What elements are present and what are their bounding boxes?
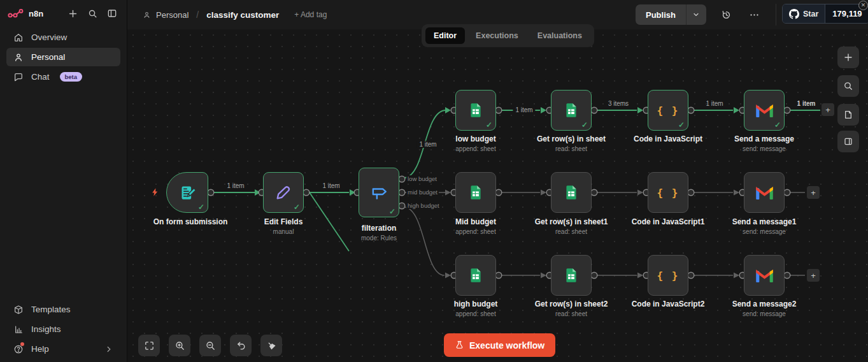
sidebar-item-overview[interactable]: Overview [6,28,120,47]
publish-button-group: Publish [636,4,706,25]
canvas-search-button[interactable] [837,75,859,97]
bar-chart-icon [13,324,24,335]
success-check-icon: ✓ [678,120,685,129]
zoom-out-button[interactable] [199,335,221,356]
sidebar-item-label: Templates [31,305,71,314]
node-code-javascript[interactable]: { } ✓ [648,90,688,131]
view-tabs: Editor Executions Evaluations [422,24,594,47]
node-send-message1[interactable] [744,172,785,213]
chevron-right-icon [104,345,113,354]
workflow-title[interactable]: classify customer [206,10,279,20]
sidebar-item-insights[interactable]: Insights [6,320,120,338]
undo-button[interactable] [230,335,252,356]
tab-evaluations[interactable]: Evaluations [529,27,590,44]
add-node-button[interactable]: + [807,186,820,199]
node-code-javascript2[interactable]: { } [648,255,688,296]
code-icon: { } [657,105,679,117]
sidebar-item-label: Chat [31,72,50,82]
node-get-rows-sheet1[interactable] [551,172,592,213]
close-icon[interactable]: ✕ [858,1,868,10]
person-icon [13,52,24,62]
form-icon [179,184,196,201]
edge-label: 1 item [706,100,723,107]
package-icon [13,305,24,315]
header-divider [776,4,776,25]
node-send-message2[interactable] [744,255,785,296]
success-check-icon: ✓ [774,120,781,129]
gmail-icon [756,186,773,199]
sidebar-item-help[interactable]: Help [6,340,120,358]
edge-label: 1 item [513,106,535,113]
sidebar-item-label: Personal [31,52,65,62]
add-node-button[interactable]: + [807,269,820,282]
node-edit-fields[interactable]: ✓ [263,172,304,213]
node-send-message[interactable]: ✓ [744,90,785,131]
search-button[interactable] [85,6,99,20]
sidebar-item-templates[interactable]: Templates [6,300,120,319]
node-filteration[interactable]: ✓ [359,168,399,217]
n8n-logo-icon [8,8,24,18]
github-icon [789,9,799,19]
edge-label: 1 item [322,182,339,189]
zoom-in-button[interactable] [169,335,190,356]
tab-executions[interactable]: Executions [467,27,527,44]
tidy-up-button[interactable] [260,335,282,356]
gmail-icon [756,269,773,282]
more-options-button[interactable] [743,4,765,25]
output-port-label-high: high budget [406,202,441,209]
breadcrumb-project[interactable]: Personal [156,10,189,20]
gmail-icon [756,104,773,117]
add-node-panel-button[interactable] [837,47,859,68]
github-star-button[interactable]: Star [783,4,825,23]
sidebar-item-label: Insights [31,324,61,334]
google-sheets-icon [563,184,580,201]
beta-badge: beta [60,72,83,82]
brand-name: n8n [29,9,43,18]
node-mid-budget[interactable] [455,172,496,213]
workflow-canvas[interactable]: 1 item 1 item 1 item 1 item 3 items 1 it… [127,29,868,362]
publish-button[interactable]: Publish [636,4,686,25]
sidebar-top-row: n8n [0,0,127,27]
edge-label: 3 items [608,100,629,107]
execute-workflow-button[interactable]: Execute workflow [444,333,555,357]
node-on-form-submission[interactable]: ✓ [166,172,208,213]
sticky-note-button[interactable] [837,104,859,126]
node-code-javascript1[interactable]: { } [648,172,688,213]
google-sheets-icon [467,102,484,119]
switch-icon [370,184,388,202]
edge-label: 1 item [797,100,816,107]
trigger-bolt-icon [150,187,160,197]
person-icon [143,11,151,19]
output-port-label-mid: mid budget [406,189,439,196]
flask-icon [455,340,464,350]
google-sheets-icon [467,267,484,284]
node-high-budget[interactable] [455,255,496,296]
tab-editor[interactable]: Editor [425,27,465,44]
collapse-sidebar-button[interactable] [105,6,119,20]
add-tag-button[interactable]: + Add tag [294,10,327,19]
node-get-rows-sheet[interactable]: ✓ [551,90,592,131]
sidebar-item-chat[interactable]: Chat beta [6,68,120,86]
toggle-panel-button[interactable] [837,131,859,152]
github-star-widget: Star 179,119 [782,4,868,24]
breadcrumb: Personal / classify customer + Add tag [143,0,327,29]
new-workflow-button[interactable] [66,6,80,20]
github-star-label: Star [803,10,818,18]
google-sheets-icon [563,102,580,119]
history-button[interactable] [715,4,737,25]
google-sheets-icon [563,267,580,284]
zoom-to-fit-button[interactable] [138,335,160,356]
success-check-icon: ✓ [581,120,588,129]
sidebar-item-personal[interactable]: Personal [6,48,120,66]
node-low-budget[interactable]: ✓ [455,90,496,131]
publish-dropdown-button[interactable] [686,4,706,25]
add-node-button[interactable]: + [822,103,834,116]
chat-bubble-icon [13,72,24,82]
code-icon: { } [657,270,679,282]
node-get-rows-sheet2[interactable] [551,255,592,296]
code-icon: { } [657,187,679,199]
success-check-icon: ✓ [294,203,300,212]
pencil-icon [274,184,292,201]
sidebar: n8n Overview Personal Chat beta [0,0,127,362]
home-icon [13,33,24,43]
